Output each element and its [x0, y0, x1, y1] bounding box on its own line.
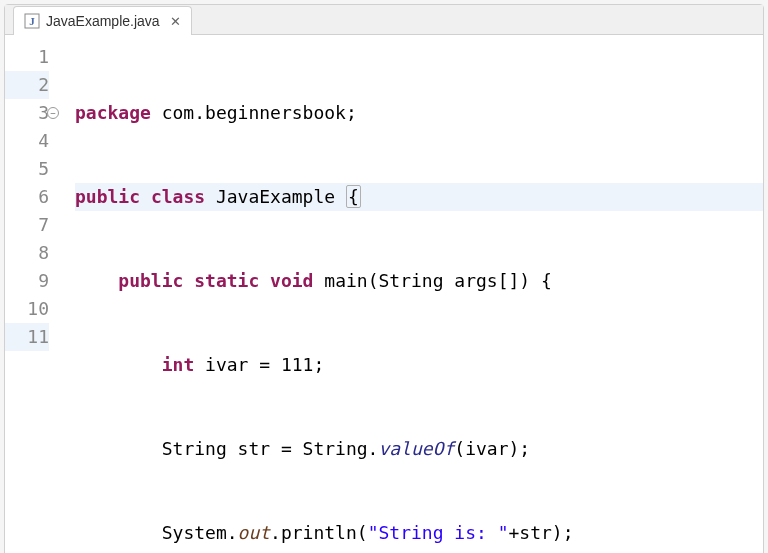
line-number: 11	[5, 323, 49, 351]
code-editor[interactable]: 1 2 3− 4 5 6 7 8 9 10 11 package com.beg…	[5, 35, 763, 553]
code-content[interactable]: package com.beginnersbook; public class …	[61, 43, 763, 553]
code-line: public static void main(String args[]) {	[75, 267, 763, 295]
line-number: 3−	[5, 99, 49, 127]
code-line: int ivar = 111;	[75, 351, 763, 379]
code-line: String str = String.valueOf(ivar);	[75, 435, 763, 463]
fold-toggle-icon[interactable]: −	[47, 107, 59, 119]
line-number: 6	[5, 183, 49, 211]
java-file-icon: J	[24, 13, 40, 29]
svg-text:J: J	[29, 15, 35, 27]
code-line: package com.beginnersbook;	[75, 99, 763, 127]
line-number: 1	[5, 43, 49, 71]
line-gutter: 1 2 3− 4 5 6 7 8 9 10 11	[5, 43, 61, 553]
line-number: 2	[5, 71, 49, 99]
editor-tab-bar: J JavaExample.java ✕	[5, 5, 763, 35]
line-number: 7	[5, 211, 49, 239]
editor-tab[interactable]: J JavaExample.java ✕	[13, 6, 192, 35]
code-line: public class JavaExample {	[75, 183, 763, 211]
line-number: 8	[5, 239, 49, 267]
line-number: 9	[5, 267, 49, 295]
line-number: 10	[5, 295, 49, 323]
close-icon[interactable]: ✕	[170, 14, 181, 29]
code-line: System.out.println("String is: "+str);	[75, 519, 763, 547]
line-number: 5	[5, 155, 49, 183]
line-number: 4	[5, 127, 49, 155]
editor-tab-label: JavaExample.java	[46, 13, 160, 29]
editor-panel: J JavaExample.java ✕ 1 2 3− 4 5 6 7 8 9 …	[4, 4, 764, 553]
